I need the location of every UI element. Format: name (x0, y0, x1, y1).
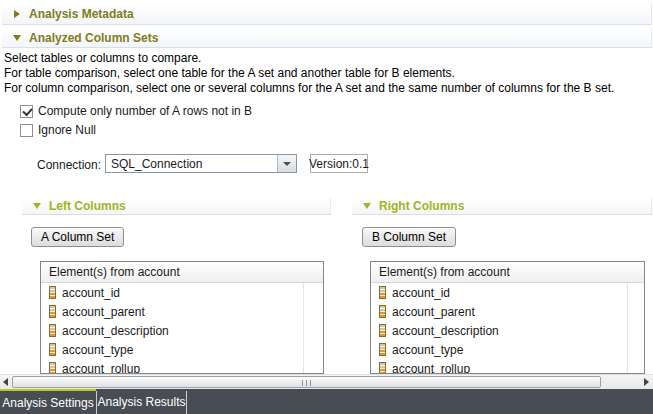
table-row[interactable]: account_id (41, 283, 323, 302)
subsection-title: Left Columns (49, 199, 126, 213)
connection-selected-value: SQL_Connection (106, 157, 277, 171)
column-icon (379, 343, 386, 356)
column-icon (379, 305, 386, 318)
description-line: For table comparison, select one table f… (4, 66, 614, 81)
a-column-set-button[interactable]: A Column Set (31, 227, 124, 247)
connection-version-badge: Version:0.1 (310, 154, 368, 173)
column-name: account_description (392, 324, 499, 338)
scrollbar-grip-icon (302, 380, 312, 386)
description-text: Select tables or columns to compare. For… (4, 51, 614, 96)
checkbox-label: Compute only number of A rows not in B (38, 104, 252, 118)
scroll-right-arrow-icon[interactable] (644, 378, 649, 386)
scrollbar-thumb[interactable] (12, 376, 601, 388)
horizontal-scrollbar[interactable] (0, 374, 653, 389)
column-icon (49, 286, 56, 299)
chevron-down-icon (363, 203, 371, 209)
chevron-down-icon (13, 35, 21, 41)
table-row[interactable]: account_rollup (371, 359, 644, 374)
column-name: account_rollup (62, 362, 140, 375)
dropdown-arrow-button[interactable] (277, 155, 296, 172)
tab-analysis-results[interactable]: Analysis Results (97, 389, 186, 414)
checkmark-icon (22, 105, 32, 116)
left-column-table: Element(s) from account account_id accou… (40, 261, 324, 374)
table-row[interactable]: account_parent (371, 302, 644, 321)
table-row[interactable]: account_description (41, 321, 323, 340)
column-icon (379, 362, 386, 374)
tab-analysis-settings[interactable]: Analysis Settings (0, 389, 96, 414)
table-header-label: Element(s) from account (49, 265, 180, 279)
scroll-left-arrow-icon[interactable] (3, 378, 8, 386)
table-row[interactable]: account_description (371, 321, 644, 340)
right-table-header[interactable]: Element(s) from account (371, 262, 644, 283)
column-name: account_id (62, 286, 120, 300)
column-icon (49, 324, 56, 337)
checkbox-compute-only-a-rows[interactable] (20, 105, 33, 118)
editor-tab-bar: Analysis Settings Analysis Results (0, 389, 653, 414)
right-column-table: Element(s) from account account_id accou… (370, 261, 645, 374)
chevron-down-icon (33, 203, 41, 209)
column-icon (379, 324, 386, 337)
section-analysis-metadata[interactable]: Analysis Metadata (2, 3, 652, 25)
column-name: account_rollup (392, 362, 470, 375)
connection-label: Connection: (37, 158, 101, 172)
table-row[interactable]: account_type (371, 340, 644, 359)
table-header-label: Element(s) from account (379, 265, 510, 279)
table-row[interactable]: account_type (41, 340, 323, 359)
option-ignore-null: Ignore Null (20, 123, 96, 137)
table-row[interactable]: account_rollup (41, 359, 323, 374)
section-title: Analysis Metadata (29, 7, 134, 21)
column-name: account_description (62, 324, 169, 338)
column-icon (49, 362, 56, 374)
column-icon (49, 305, 56, 318)
section-right-columns[interactable]: Right Columns (352, 198, 652, 215)
tab-separator (186, 391, 187, 414)
checkbox-label: Ignore Null (38, 123, 96, 137)
column-name: account_parent (62, 305, 145, 319)
column-name: account_type (62, 343, 133, 357)
table-row[interactable]: account_id (371, 283, 644, 302)
section-analyzed-column-sets[interactable]: Analyzed Column Sets (2, 29, 652, 48)
table-row[interactable]: account_parent (41, 302, 323, 321)
b-column-set-button[interactable]: B Column Set (362, 227, 456, 247)
option-compute-only-a-rows: Compute only number of A rows not in B (20, 104, 252, 118)
column-icon (49, 343, 56, 356)
connection-select[interactable]: SQL_Connection (105, 154, 297, 173)
chevron-right-icon (14, 10, 20, 18)
analysis-editor: Analysis Metadata Analyzed Column Sets S… (0, 0, 653, 414)
section-title: Analyzed Column Sets (29, 31, 158, 45)
section-left-columns[interactable]: Left Columns (22, 198, 331, 215)
chevron-down-icon (283, 162, 291, 166)
column-name: account_id (392, 286, 450, 300)
column-name: account_parent (392, 305, 475, 319)
description-line: For column comparison, select one or sev… (4, 81, 614, 96)
column-icon (379, 286, 386, 299)
column-name: account_type (392, 343, 463, 357)
subsection-title: Right Columns (379, 199, 464, 213)
description-line: Select tables or columns to compare. (4, 51, 614, 66)
checkbox-ignore-null[interactable] (20, 124, 33, 137)
left-table-header[interactable]: Element(s) from account (41, 262, 323, 283)
